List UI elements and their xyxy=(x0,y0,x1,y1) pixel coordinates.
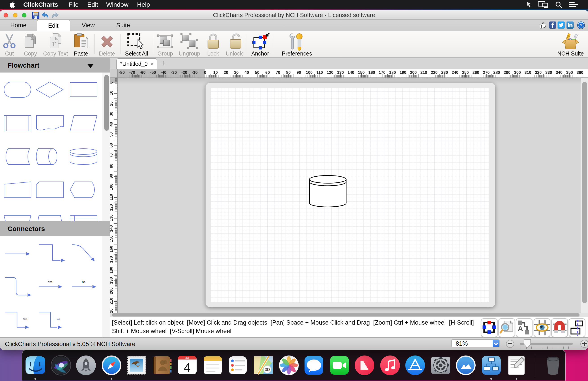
svg-text:4: 4 xyxy=(184,361,191,374)
svg-text:A: A xyxy=(518,324,524,333)
svg-text:Yes: Yes xyxy=(23,318,27,321)
svg-text:No: No xyxy=(82,281,85,284)
svg-text:No: No xyxy=(56,318,60,321)
svg-text:3D: 3D xyxy=(265,367,270,372)
svg-text:Yes: Yes xyxy=(48,281,52,284)
svg-text:T: T xyxy=(52,40,56,47)
svg-text:?: ? xyxy=(580,22,582,28)
svg-text:JUL: JUL xyxy=(185,356,190,360)
